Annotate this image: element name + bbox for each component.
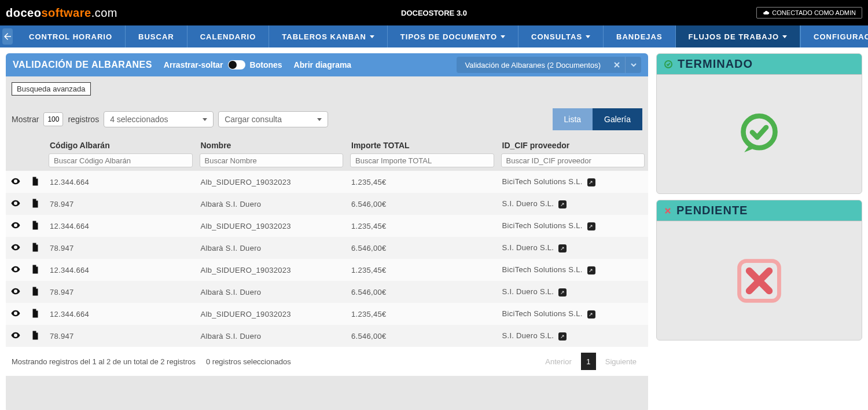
nav-item-tableros-kanban[interactable]: TABLEROS KANBAN xyxy=(269,25,387,47)
external-link-icon[interactable]: ↗ xyxy=(587,178,595,186)
table-row[interactable]: 12.344.664Alb_SIDUERO_190320231.235,45€B… xyxy=(6,171,648,193)
cloud-icon xyxy=(763,9,770,16)
nav-item-buscar[interactable]: BUSCAR xyxy=(125,25,187,47)
main-panel: VALIDACIÓN DE ALBARANES Arrastrar-soltar… xyxy=(6,53,648,410)
table-row[interactable]: 78.947Albarà S.I. Duero6.546,00€S.I. Due… xyxy=(6,325,648,347)
external-link-icon[interactable]: ↗ xyxy=(587,310,595,319)
back-button[interactable] xyxy=(2,28,13,45)
row-view-action[interactable] xyxy=(6,281,25,303)
row-doc-action[interactable] xyxy=(25,281,45,303)
view-list-button[interactable]: Lista xyxy=(553,108,593,130)
row-view-action[interactable] xyxy=(6,237,25,259)
table-row[interactable]: 78.947Albarà S.I. Duero6.546,00€S.I. Due… xyxy=(6,281,648,303)
eye-icon xyxy=(10,286,21,296)
document-icon xyxy=(30,242,41,252)
table-row[interactable]: 12.344.664Alb_SIDUERO_190320231.235,45€B… xyxy=(6,215,648,237)
status-pending-icon xyxy=(734,256,784,306)
cell-codigo: 12.344.664 xyxy=(45,259,196,281)
row-view-action[interactable] xyxy=(6,259,25,281)
filter-codigo-input[interactable] xyxy=(49,153,193,167)
caret-down-icon xyxy=(203,118,207,121)
connection-status-badge[interactable]: CONECTADO COMO ADMIN xyxy=(756,7,862,19)
nav-item-configuración[interactable]: CONFIGURACIÓN xyxy=(800,25,868,47)
brand-plain: doceo xyxy=(6,6,41,19)
filter-nombre-input[interactable] xyxy=(200,153,344,167)
row-view-action[interactable] xyxy=(6,325,25,347)
card-terminado[interactable]: TERMINADO xyxy=(656,53,862,194)
check-circle-icon xyxy=(664,60,673,69)
external-link-icon[interactable]: ↗ xyxy=(587,266,595,274)
caret-down-icon xyxy=(782,35,787,38)
workflow-select-pill: Validación de Albaranes (2 Documentos) xyxy=(457,57,641,73)
workflow-title: VALIDACIÓN DE ALBARANES xyxy=(13,60,152,70)
nav-item-consultas[interactable]: CONSULTAS xyxy=(518,25,603,47)
external-link-icon[interactable]: ↗ xyxy=(558,288,567,296)
show-label: Mostrar xyxy=(12,115,39,124)
document-icon xyxy=(30,264,41,274)
nav-item-bandejas[interactable]: BANDEJAS xyxy=(603,25,675,47)
row-view-action[interactable] xyxy=(6,171,25,193)
table-row[interactable]: 12.344.664Alb_SIDUERO_190320231.235,45€B… xyxy=(6,259,648,281)
brand-logo: doceosoftware.com xyxy=(6,6,117,20)
external-link-icon[interactable]: ↗ xyxy=(587,222,595,230)
view-toggle-drag-buttons[interactable]: Arrastrar-soltar Botones xyxy=(164,60,282,69)
cell-proveedor: S.I. Duero S.L. ↗ xyxy=(498,237,649,259)
workflow-pill-dropdown[interactable] xyxy=(625,57,641,73)
row-doc-action[interactable] xyxy=(25,237,45,259)
row-view-action[interactable] xyxy=(6,193,25,215)
load-query-dropdown[interactable]: Cargar consulta xyxy=(218,111,328,127)
table-footer: Mostrando registros del 1 al 2 de un tot… xyxy=(6,347,648,376)
th-importe[interactable]: Importe TOTAL xyxy=(347,136,498,153)
eye-icon xyxy=(10,308,21,319)
th-nombre[interactable]: Nombre xyxy=(196,136,347,153)
cell-codigo: 12.344.664 xyxy=(45,303,196,325)
card-pendiente[interactable]: PENDIENTE xyxy=(656,200,862,341)
row-view-action[interactable] xyxy=(6,303,25,325)
app-title: DOCEOSTORE 3.0 xyxy=(401,9,467,17)
row-doc-action[interactable] xyxy=(25,303,45,325)
cell-proveedor: S.I. Duero S.L. ↗ xyxy=(498,193,649,215)
cell-codigo: 12.344.664 xyxy=(45,215,196,237)
row-doc-action[interactable] xyxy=(25,325,45,347)
cell-importe: 1.235,45€ xyxy=(347,303,498,325)
nav-item-calendario[interactable]: CALENDARIO xyxy=(187,25,269,47)
page-number[interactable]: 1 xyxy=(581,353,596,370)
cell-importe: 1.235,45€ xyxy=(347,259,498,281)
th-codigo[interactable]: Código Albarán xyxy=(45,136,196,153)
show-count-input[interactable] xyxy=(43,112,63,126)
workflow-pill-close[interactable] xyxy=(609,57,625,73)
external-link-icon[interactable]: ↗ xyxy=(558,200,567,208)
external-link-icon[interactable]: ↗ xyxy=(558,332,567,341)
prev-page-button[interactable]: Anterior xyxy=(539,355,578,368)
workflow-header: VALIDACIÓN DE ALBARANES Arrastrar-soltar… xyxy=(6,53,648,76)
brand-accent: software xyxy=(41,6,91,19)
row-view-action[interactable] xyxy=(6,215,25,237)
external-link-icon[interactable]: ↗ xyxy=(558,244,567,252)
next-page-button[interactable]: Siguiente xyxy=(599,355,642,368)
table-row[interactable]: 12.344.664Alb_SIDUERO_190320231.235,45€B… xyxy=(6,303,648,325)
table-row[interactable]: 78.947Albarà S.I. Duero6.546,00€S.I. Due… xyxy=(6,237,648,259)
row-doc-action[interactable] xyxy=(25,171,45,193)
th-idcif[interactable]: ID_CIF proveedor xyxy=(498,136,649,153)
table-row[interactable]: 78.947Albarà S.I. Duero6.546,00€S.I. Due… xyxy=(6,193,648,215)
columns-selected-dropdown[interactable]: 4 seleccionados xyxy=(104,111,214,127)
filter-idcif-input[interactable] xyxy=(501,153,645,167)
nav-item-flujos-de-trabajo[interactable]: FLUJOS DE TRABAJO xyxy=(675,25,800,47)
status-done-icon xyxy=(734,109,784,159)
row-doc-action[interactable] xyxy=(25,215,45,237)
toggle-switch[interactable] xyxy=(228,60,245,69)
document-icon xyxy=(30,330,41,341)
cell-importe: 1.235,45€ xyxy=(347,171,498,193)
cell-proveedor: BiciTech Solutions S.L. ↗ xyxy=(498,303,649,325)
card-terminado-title: TERMINADO xyxy=(678,57,753,71)
advanced-search-button[interactable]: Busqueda avanzada xyxy=(12,82,91,96)
nav-item-control-horario[interactable]: CONTROL HORARIO xyxy=(16,25,125,47)
footer-selected: 0 registros seleccionados xyxy=(206,357,291,366)
eye-icon xyxy=(10,198,21,208)
row-doc-action[interactable] xyxy=(25,193,45,215)
row-doc-action[interactable] xyxy=(25,259,45,281)
view-gallery-button[interactable]: Galería xyxy=(593,108,642,130)
open-diagram-link[interactable]: Abrir diagrama xyxy=(294,60,352,69)
filter-importe-input[interactable] xyxy=(350,153,494,167)
nav-item-tipos-de-documento[interactable]: TIPOS DE DOCUMENTO xyxy=(387,25,518,47)
